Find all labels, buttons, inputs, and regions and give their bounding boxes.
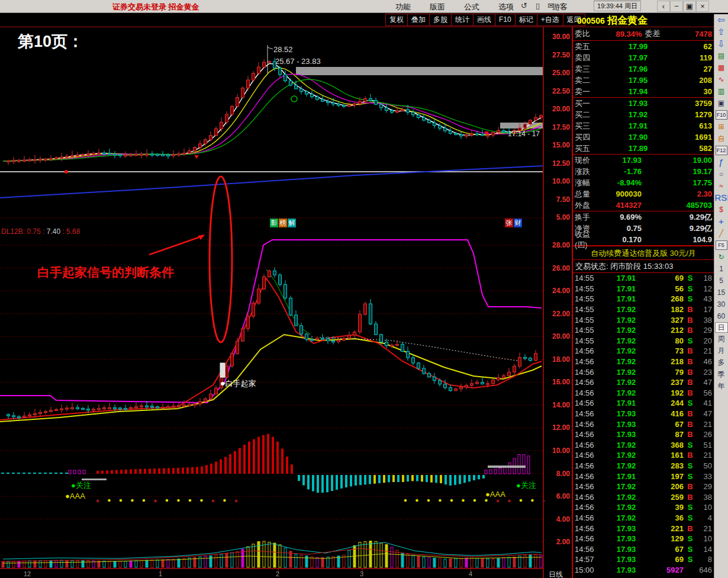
trade-row: 14:5617.93129S10 (573, 534, 714, 544)
buy-depth-row[interactable]: 买三17.91613 (573, 120, 714, 131)
axis-price-label: 14.00 (552, 401, 570, 409)
user-label[interactable]: 游客 (552, 2, 568, 12)
rsi-button[interactable]: RSI (715, 192, 728, 204)
f5-button[interactable]: F5 (716, 240, 727, 250)
minimize-button[interactable]: − (670, 1, 683, 12)
mobile-icon[interactable]: ▯ (536, 1, 540, 10)
sell-depth-row[interactable]: 卖二17.95208 (573, 75, 714, 86)
axis-price-label: 10.00 (552, 177, 570, 185)
back-arrow-icon[interactable]: ⇦ (715, 14, 728, 26)
info-row: 涨幅-8.94%最低17.75 (573, 177, 714, 188)
trade-row: 14:5617.93416B47 (573, 409, 714, 419)
multi-window-icon[interactable]: ▣ (715, 97, 728, 109)
refresh-icon[interactable]: ↺ (521, 1, 527, 10)
badge-影[interactable]: 影 (270, 219, 278, 227)
f10-button[interactable]: F10 (716, 110, 727, 120)
period-day-button[interactable]: 日 (715, 322, 728, 333)
trade-row: 14:5617.92368S51 (573, 440, 714, 451)
axis-price-label: 12.50 (552, 159, 570, 168)
toolbar-button-标记[interactable]: 标记 (515, 14, 537, 26)
quote-board-icon[interactable]: ▤ (715, 50, 728, 62)
axis-price-label: 24.00 (552, 287, 570, 295)
sell-depth-row[interactable]: 卖四17.97119 (573, 52, 714, 63)
trade-row: 14:5617.9236S4 (573, 513, 714, 524)
refresh-cycle-icon[interactable]: ↻ (715, 251, 728, 263)
badge-财[interactable]: 财 (514, 219, 522, 227)
axis-price-label: 4.00 (556, 515, 570, 524)
toolbar-button-叠加[interactable]: 叠加 (407, 14, 429, 26)
period-year-button[interactable]: 年 (715, 380, 728, 392)
right-badges[interactable]: 张财 (505, 217, 523, 227)
block-tree-icon[interactable]: ⊞ (715, 121, 728, 133)
buy-depth-row[interactable]: 买五17.89582 (573, 143, 714, 154)
trend-line-icon[interactable]: ∿ (715, 73, 728, 85)
tick-trade-list[interactable]: 14:5517.9169S1814:5517.9156S1214:5517.91… (573, 273, 714, 578)
mid-badges[interactable]: 影榜解 (270, 217, 297, 227)
trade-row: 14:5617.92206B29 (573, 481, 714, 492)
trade-row: 14:5517.92212B29 (573, 325, 714, 336)
kline-chart-area[interactable]: ××××××× 第10页： 28.52 25.67 - 23.83 17.14 … (0, 27, 545, 578)
toolbar-button-画线[interactable]: 画线 (473, 14, 495, 26)
toolbar-button-统计[interactable]: 统计 (451, 14, 473, 26)
axis-price-label: 17.50 (552, 123, 570, 131)
trade-row: 14:5517.9156S12 (573, 284, 714, 294)
badge-解[interactable]: 解 (288, 219, 296, 227)
wave-indicator-icon[interactable]: ≈ (715, 180, 728, 192)
period-5-button[interactable]: 5 (715, 275, 728, 287)
sell-depth-row[interactable]: 卖一17.9430 (573, 86, 714, 97)
menu-options[interactable]: 选项 (498, 2, 514, 12)
stock-label: 000506 招金黄金 (577, 14, 648, 27)
menu-function[interactable]: 功能 (395, 2, 411, 12)
period-15-button[interactable]: 15 (715, 287, 728, 298)
close-button[interactable]: × (696, 1, 709, 12)
scroll-up-icon[interactable]: ⇧ (715, 26, 728, 38)
title-bar: 证券交易未登录 招金黄金 功能 版面 公式 选项 ↺ ▯ ✉ 游客 19:39:… (0, 0, 728, 13)
menu-layout[interactable]: 版面 (430, 2, 445, 12)
badge-榜[interactable]: 榜 (279, 219, 287, 227)
period-quarter-button[interactable]: 季 (715, 368, 728, 380)
buy-depth-row[interactable]: 买二17.921279 (573, 109, 714, 120)
trade-row: 14:5717.9369S8 (573, 554, 714, 565)
trade-row: 14:5617.9239S10 (573, 502, 714, 513)
buy-depth-row[interactable]: 买一17.933759 (573, 98, 714, 109)
toolbar-button-复权[interactable]: 复权 (385, 14, 407, 26)
toolbar-button-+自选[interactable]: +自选 (537, 14, 563, 26)
period-label: 日线 (549, 570, 563, 578)
move-tool-icon[interactable]: + (715, 216, 728, 227)
buy-depth-row[interactable]: 买四17.901691 (573, 131, 714, 143)
draw-pencil-icon[interactable]: ╱ (715, 227, 728, 239)
login-status-title: 证券交易未登录 招金黄金 (112, 2, 199, 12)
time-axis-label: 4 (469, 570, 472, 577)
quote-panel: 委比 89.34% 委差 7478 卖五17.9962卖四17.97119卖三1… (572, 27, 714, 578)
period-30-button[interactable]: 30 (715, 298, 728, 310)
scroll-down-icon[interactable]: ⇩ (715, 38, 728, 50)
nav-back-button[interactable]: ‹ (657, 1, 670, 12)
trade-row: 15:0017.935927646 (573, 565, 714, 576)
menu-formula[interactable]: 公式 (464, 2, 479, 12)
period-60-button[interactable]: 60 (715, 310, 728, 322)
toolbar-button-F10[interactable]: F10 (495, 14, 515, 26)
period-month-button[interactable]: 月 (715, 345, 728, 357)
zixuan-icon[interactable]: 自 (715, 133, 728, 144)
time-axis-label: 2 (276, 570, 279, 577)
money-icon[interactable]: $ (715, 204, 728, 216)
axis-price-label: 12.00 (552, 423, 570, 432)
grid-quotes-icon[interactable]: ▦ (715, 62, 728, 73)
badge-张[interactable]: 张 (505, 219, 513, 227)
sell-depth-row[interactable]: 卖三17.9627 (573, 63, 714, 75)
period-1-button[interactable]: 1 (715, 263, 728, 275)
axis-price-label: 2.00 (556, 538, 570, 546)
trade-row: 14:5617.92218B46 (573, 357, 714, 367)
toolbar-button-多股[interactable]: 多股 (429, 14, 451, 26)
f12-button[interactable]: F12 (716, 146, 727, 155)
period-week-button[interactable]: 周 (715, 333, 728, 345)
kline-icon[interactable]: ▥ (715, 85, 728, 97)
time-axis-label: 3 (360, 570, 363, 577)
period-multi-button[interactable]: 多 (715, 357, 728, 368)
sell-depth-row[interactable]: 卖五17.9962 (573, 41, 714, 52)
formula-icon[interactable]: ƒ (715, 156, 728, 168)
ellipse-tool-icon[interactable]: ○ (715, 168, 728, 180)
subscription-banner[interactable]: 自动续费通达信普及版 30元/月 (573, 246, 714, 260)
trade-row: 14:5617.91197S33 (573, 471, 714, 481)
restore-button[interactable]: ▣ (683, 1, 696, 12)
